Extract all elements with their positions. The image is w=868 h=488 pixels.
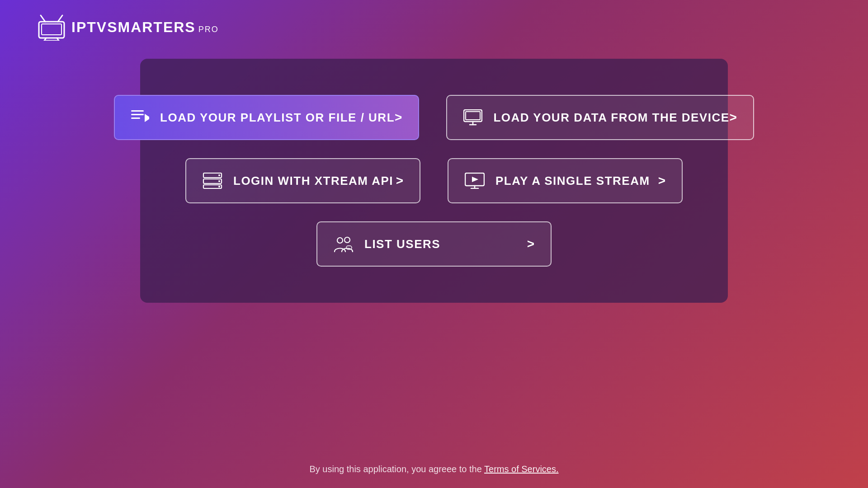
svg-rect-3: [42, 24, 61, 35]
logo-text: IPTV SMARTERS PRO: [71, 19, 219, 36]
footer: By using this application, you agreee to…: [0, 464, 868, 474]
device-left: LOAD YOUR DATA FROM THE DEVICE: [463, 109, 729, 126]
tv-icon: [36, 14, 67, 41]
device-icon: [463, 109, 482, 126]
svg-line-1: [58, 15, 62, 22]
svg-rect-9: [131, 117, 140, 119]
logo-pro: PRO: [198, 25, 219, 34]
playlist-left: LOAD YOUR PLAYLIST OR FILE / URL: [131, 109, 395, 126]
svg-marker-10: [145, 114, 149, 122]
logo-smarters: SMARTERS: [107, 19, 196, 36]
device-label: LOAD YOUR DATA FROM THE DEVICE: [493, 111, 729, 125]
svg-point-18: [218, 180, 220, 182]
users-icon: [334, 236, 354, 252]
users-chevron-icon: >: [527, 237, 534, 251]
stream-label: PLAY A SINGLE STREAM: [495, 174, 650, 188]
stream-chevron-icon: >: [658, 174, 665, 188]
stream-left: PLAY A SINGLE STREAM: [465, 173, 650, 189]
svg-marker-24: [472, 177, 478, 182]
load-device-button[interactable]: LOAD YOUR DATA FROM THE DEVICE >: [446, 95, 754, 140]
terms-link[interactable]: Terms of Services.: [484, 464, 558, 474]
logo: IPTV SMARTERS PRO: [36, 14, 219, 41]
playlist-chevron-icon: >: [395, 110, 402, 125]
svg-line-0: [41, 15, 45, 22]
list-users-button[interactable]: LIST USERS >: [316, 221, 552, 267]
logo-iptv: IPTV: [71, 19, 107, 36]
svg-point-20: [218, 186, 220, 188]
single-stream-button[interactable]: PLAY A SINGLE STREAM >: [448, 158, 683, 203]
load-playlist-button[interactable]: LOAD YOUR PLAYLIST OR FILE / URL >: [114, 95, 419, 140]
main-card: LOAD YOUR PLAYLIST OR FILE / URL >: [140, 59, 728, 303]
buttons-row-3: LIST USERS >: [185, 221, 683, 267]
users-left: LIST USERS: [334, 236, 440, 252]
xtream-left: LOGIN WITH XTREAM API: [203, 173, 393, 189]
xtream-api-button[interactable]: LOGIN WITH XTREAM API >: [185, 158, 420, 203]
stream-icon: [465, 173, 485, 189]
svg-point-16: [218, 174, 220, 176]
users-label: LIST USERS: [364, 237, 440, 251]
svg-point-26: [344, 237, 350, 243]
buttons-row-1: LOAD YOUR PLAYLIST OR FILE / URL >: [185, 95, 683, 140]
svg-rect-8: [131, 114, 144, 115]
header: IPTV SMARTERS PRO: [0, 0, 868, 54]
svg-rect-12: [466, 112, 480, 120]
device-chevron-icon: >: [730, 110, 737, 125]
footer-text: By using this application, you agreee to…: [309, 464, 484, 474]
svg-rect-7: [131, 110, 144, 112]
buttons-row-2: LOGIN WITH XTREAM API > P: [185, 158, 683, 203]
xtream-label: LOGIN WITH XTREAM API: [233, 174, 393, 188]
svg-point-25: [337, 238, 343, 243]
playlist-icon: [131, 109, 149, 126]
xtream-chevron-icon: >: [396, 174, 403, 188]
xtream-icon: [203, 173, 222, 189]
playlist-label: LOAD YOUR PLAYLIST OR FILE / URL: [160, 111, 395, 125]
